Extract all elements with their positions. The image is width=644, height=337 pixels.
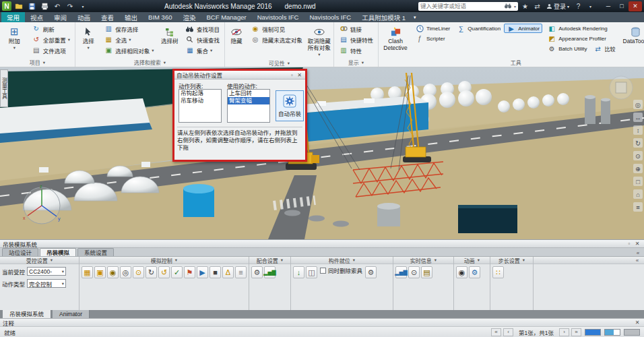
tab-render[interactable]: 渲染: [177, 12, 201, 22]
section-header[interactable]: 模拟控制▾: [79, 257, 249, 264]
refresh-button[interactable]: ↻刷新: [29, 24, 73, 34]
section-header[interactable]: 动画▾: [454, 257, 490, 264]
sim-tab-system-settings[interactable]: 系统设置: [77, 248, 114, 256]
home-view-icon[interactable]: ⌂: [633, 189, 643, 199]
auto-lift-button[interactable]: 自动吊装: [276, 90, 304, 121]
last-sheet-button[interactable]: »: [571, 328, 581, 336]
ribbon-group-label-project[interactable]: 项目▾: [0, 58, 75, 67]
gear-icon[interactable]: ⚙: [365, 266, 377, 278]
sim-control-button[interactable]: ◎: [120, 266, 131, 278]
dialog-dock-icon[interactable]: ▫: [288, 71, 296, 78]
place-down-icon[interactable]: ↓: [293, 266, 304, 278]
close-button[interactable]: ✕: [629, 1, 642, 11]
sim-control-button[interactable]: ⊙: [133, 266, 144, 278]
links-button[interactable]: 链接: [336, 24, 376, 34]
panel-overflow-icon[interactable]: «: [633, 257, 641, 264]
tab-view[interactable]: 查看: [96, 12, 119, 22]
sim-tabs-overflow-icon[interactable]: «: [634, 249, 642, 256]
help-dropdown-icon[interactable]: ▾: [585, 1, 595, 11]
log-icon[interactable]: ▤: [421, 266, 432, 278]
used-actions-listbox[interactable]: 上车回转 臂架变幅: [227, 89, 270, 123]
navisworks-logo-icon[interactable]: N: [2, 1, 11, 11]
doc-tab-animator[interactable]: Animator: [53, 310, 90, 318]
sim-panel-close-icon[interactable]: ✕: [633, 241, 641, 247]
search-dropdown-icon[interactable]: ▾: [514, 4, 516, 9]
sign-in-button[interactable]: 登录 ▾: [544, 2, 571, 11]
clock-icon[interactable]: ⊙: [408, 266, 420, 278]
chart-icon[interactable]: ▂▅▇: [264, 266, 276, 278]
section-header[interactable]: 配合设置▾: [249, 257, 290, 264]
reset-all-button[interactable]: ↺全部重置▾: [29, 34, 73, 44]
sim-tab-lift-simulation[interactable]: 吊装模拟: [40, 248, 76, 256]
sim-control-button[interactable]: ⚑: [184, 266, 195, 278]
comments-panel-titlebar[interactable]: 注释 ✕: [0, 318, 644, 326]
sim-panel-titlebar[interactable]: 吊装模拟系统 ▫ ✕: [0, 240, 644, 248]
section-header[interactable]: 受控设置▾: [0, 257, 79, 264]
dialog-titlebar[interactable]: 自动吊装动作设置 ▫ ✕: [174, 71, 305, 80]
tab-review[interactable]: 审阅: [49, 12, 72, 22]
tab-viewpoint[interactable]: 视点: [25, 12, 49, 22]
next-sheet-button[interactable]: ›: [559, 328, 569, 336]
action-listbox[interactable]: 吊钩起落 吊车移动: [179, 89, 222, 123]
maximize-button[interactable]: □: [615, 1, 629, 11]
comments-close-icon[interactable]: ✕: [633, 319, 641, 326]
tab-navistools-ifc-1[interactable]: Navistools IFC: [252, 12, 304, 22]
minimize-button[interactable]: ─: [602, 1, 615, 11]
camera-icon[interactable]: ◉: [456, 266, 468, 278]
sim-control-button[interactable]: ◉: [107, 266, 119, 278]
select-all-button[interactable]: ▦全选▾: [101, 34, 156, 44]
sets-button[interactable]: ▦集合▾: [183, 45, 222, 55]
list-item-selected[interactable]: 臂架变幅: [228, 97, 269, 104]
ribbon-group-label-select-search[interactable]: 选择和搜索▾: [75, 58, 224, 67]
tab-bim360[interactable]: BIM 360: [143, 12, 177, 22]
select-button[interactable]: 选择 ▾: [77, 24, 99, 51]
save-selection-button[interactable]: ▥保存选择: [101, 24, 156, 34]
timeliner-button[interactable]: TimeLiner: [412, 24, 453, 33]
step-icon[interactable]: ∷: [492, 266, 504, 278]
dialog-close-icon[interactable]: ✕: [296, 71, 303, 78]
quick-properties-button[interactable]: ▤快捷特性: [336, 34, 376, 44]
find-items-button[interactable]: 查找项目: [183, 24, 222, 34]
section-header[interactable]: 实时信息▾: [393, 257, 453, 264]
hide-button[interactable]: 隐藏: [227, 24, 246, 47]
undo-button[interactable]: ↶: [52, 1, 63, 11]
zoom-icon[interactable]: ↕: [633, 125, 643, 135]
quick-find-button[interactable]: 快速查找: [183, 34, 222, 44]
print-button[interactable]: [39, 1, 50, 11]
append-button[interactable]: ⊞ 附加 ▾: [2, 24, 27, 51]
quantification-button[interactable]: ∑Quantification: [453, 24, 503, 33]
section-header[interactable]: 步长设置▾: [490, 257, 533, 264]
properties-button[interactable]: ▥特性: [336, 45, 376, 55]
sim-tab-station-design[interactable]: 站位设计: [2, 248, 38, 256]
orbit-icon[interactable]: ↻: [633, 138, 643, 148]
help-search-box[interactable]: ▾: [418, 2, 518, 11]
qat-customize-icon[interactable]: ▾: [77, 1, 88, 11]
save-button[interactable]: [26, 1, 37, 11]
help-icon[interactable]: ?: [573, 1, 583, 11]
hide-unselected-button[interactable]: ◎隐藏未选定对象: [248, 34, 305, 44]
section-header[interactable]: 构件就位▾: [291, 257, 393, 264]
look-around-icon[interactable]: ⊙: [633, 151, 643, 160]
sim-control-button[interactable]: ✓: [171, 266, 183, 278]
list-item[interactable]: 上车回转: [228, 90, 269, 97]
steering-wheel-icon[interactable]: ◎: [633, 100, 643, 109]
appearance-profiler-button[interactable]: ◩Appearance Profiler: [544, 34, 618, 43]
autodesk-rendering-button[interactable]: ◧Autodesk Rendering: [544, 24, 618, 33]
doc-tab-lifting-simulation[interactable]: 吊装模拟系统: [3, 310, 51, 318]
file-options-button[interactable]: ▤文件选项: [29, 45, 73, 55]
redo-button[interactable]: ↷: [65, 1, 75, 11]
sim-control-button[interactable]: ≡: [235, 266, 247, 278]
scripter-button[interactable]: ƒScripter: [412, 34, 448, 43]
binoculars-icon[interactable]: [504, 3, 512, 10]
tab-output[interactable]: 输出: [119, 12, 143, 22]
sim-control-button[interactable]: ↺: [158, 266, 170, 278]
previous-sheet-button[interactable]: ‹: [503, 328, 513, 336]
tab-home[interactable]: 常用: [1, 12, 25, 22]
list-item[interactable]: 吊车移动: [179, 97, 221, 104]
tab-bcf-manager[interactable]: BCF Manager: [201, 12, 252, 22]
exchange-apps-icon[interactable]: ⇄: [532, 1, 542, 11]
sim-panel-dock-icon[interactable]: ▫: [625, 241, 633, 247]
fit-view-icon[interactable]: □: [633, 177, 643, 186]
sim-control-button[interactable]: ▶: [197, 266, 208, 278]
zoom-window-icon[interactable]: ⊕: [633, 164, 643, 173]
